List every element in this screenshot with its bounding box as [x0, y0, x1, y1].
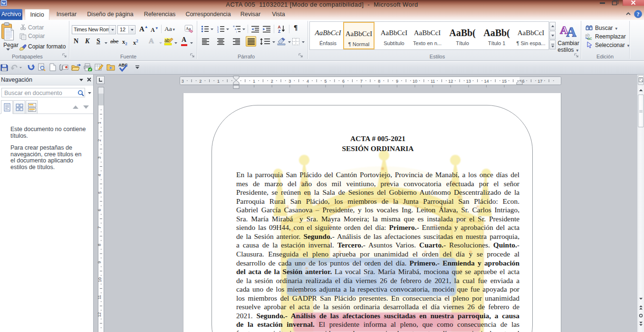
svg-text:4: 4 [307, 79, 309, 84]
svg-text:11: 11 [97, 295, 102, 299]
svg-text:12: 12 [97, 312, 102, 317]
svg-text:7: 7 [97, 226, 102, 228]
svg-text:A: A [566, 24, 577, 38]
svg-text:1: 1 [97, 122, 102, 124]
svg-text:7: 7 [360, 79, 363, 84]
svg-text:Z: Z [278, 29, 280, 33]
svg-text:3: 3 [217, 30, 219, 33]
svg-text:12: 12 [448, 79, 453, 84]
svg-text:2: 2 [97, 139, 102, 142]
svg-text:4: 4 [97, 174, 102, 176]
svg-text:15: 15 [502, 79, 507, 84]
svg-text:14: 14 [484, 79, 489, 84]
svg-text:1: 1 [253, 79, 255, 84]
svg-text:ac: ac [587, 36, 592, 40]
svg-text:2: 2 [199, 79, 202, 84]
svg-text:3: 3 [97, 157, 102, 159]
svg-text:5: 5 [97, 191, 102, 194]
svg-text:W: W [2, 1, 6, 6]
svg-text:10: 10 [97, 277, 102, 282]
svg-text:3: 3 [182, 79, 184, 84]
svg-text:9: 9 [97, 261, 102, 264]
svg-text:3: 3 [288, 79, 291, 84]
svg-text:11: 11 [431, 79, 435, 84]
svg-text:8: 8 [97, 244, 102, 246]
svg-text:6: 6 [342, 79, 345, 84]
svg-text:6: 6 [97, 209, 102, 211]
svg-text:5: 5 [324, 79, 327, 84]
svg-text:i: i [236, 30, 237, 33]
svg-text:9: 9 [396, 79, 398, 84]
svg-text:13: 13 [466, 79, 471, 84]
svg-text:2: 2 [271, 79, 273, 84]
svg-text:17: 17 [538, 79, 542, 84]
svg-text:10: 10 [413, 79, 417, 84]
svg-text:?: ? [637, 11, 640, 18]
svg-text:8: 8 [378, 79, 380, 84]
svg-text:1: 1 [217, 79, 220, 84]
